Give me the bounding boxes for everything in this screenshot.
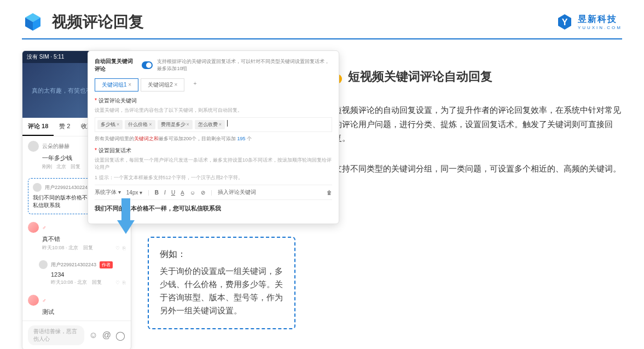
comment-input-bar: 善语结善缘，恶言伤人心 ☺ @ ◯ [22,321,131,349]
font-dropdown[interactable]: 系统字体 ▾ [95,188,121,196]
logo-hex-icon: Y [556,13,573,31]
field-hint: 1 提示：一个富文本框最多支持512个字符，一个汉字占用2个字符。 [95,174,332,181]
keyword-tag[interactable]: 费用是多少× [158,120,193,129]
send-icon[interactable]: ◯ [115,330,125,341]
clear-button[interactable]: ⊘ [201,190,205,196]
page-title: 视频评论回复 [52,12,144,32]
comment-input[interactable]: 善语结善缘，恶言伤人心 [28,325,84,345]
svg-rect-1 [121,198,130,220]
company-logo: Y 昱新科技 YUUXIN.COM [556,13,622,31]
field-label: * 设置评论关键词 [95,97,332,105]
svg-text:Y: Y [562,18,568,27]
avatar [33,183,42,192]
keyword-tag[interactable]: 多少钱× [97,120,123,129]
heart-icon[interactable]: ♡ ⎘ [115,245,125,251]
heart-icon[interactable]: ♡ ⎘ [115,280,125,285]
keyword-group-tab[interactable]: 关键词组2 × [141,78,184,91]
header-divider [22,38,622,39]
avatar [28,222,39,233]
emoji-icon[interactable]: ☺ [89,330,97,340]
keyword-count-hint: 所有关键词组里的关键词之和最多可添加200个，目前剩余可添加 195 个 [95,135,332,142]
section-title: 短视频关键词评论自动回复 [348,68,492,85]
keyword-tags-input[interactable]: 多少钱× 什么价格× 费用是多少× 怎么收费× [95,117,332,132]
field-hint: 设置回复话术，每回复一个用户评论只发送一条话术，最多支持设置10条不同话术，按滚… [95,157,332,171]
keyword-group-tab[interactable]: 关键词组1 × [95,78,138,91]
keyword-tag[interactable]: 什么价格× [125,120,155,129]
bullet-item: 短视频评论的自动回复设置，为了提升作者的评论回复效率，在系统中针对常见的评论用户… [323,103,622,145]
size-dropdown[interactable]: 14px ▾ [126,190,142,196]
tab-likes[interactable]: 赞 2 [54,118,76,136]
tab-comments[interactable]: 评论 18 [22,118,54,136]
keyword-tag[interactable]: 怎么收费× [195,120,225,129]
comment-row: ♂ 测试 [22,290,131,321]
emoji-button[interactable]: ☺ [190,190,195,196]
config-title: 自动回复关键词评论 [95,58,137,73]
bold-button[interactable]: B [155,190,159,196]
field-label: * 设置回复话术 [95,147,332,155]
delete-button[interactable]: 🗑 [327,190,332,196]
editor-toolbar: 系统字体 ▾ 14px ▾ | B I U A̲ ☺ ⊘ | 插入评论关键词 🗑 [95,185,332,200]
config-description: 支持根据评论的关键词设置回复话术，可以针对不同类型关键词设置回复话术，最多添加1… [157,58,332,72]
auto-reply-toggle[interactable] [142,61,153,69]
mention-icon[interactable]: @ [102,330,111,340]
author-badge: 作者 [100,261,113,268]
example-callout: 例如： 关于询价的设置成一组关键词，多少钱、什么价格，费用多少等。关于咨询班型、… [148,237,295,329]
comment-row: 用户2299214302243作者 1234 昨天10:08 · 北京 回复♡ … [33,256,131,290]
arrow-down-icon [115,198,137,237]
example-label: 例如： [160,249,283,260]
cube-icon [22,11,44,33]
color-button[interactable]: A̲ [181,190,184,196]
avatar [28,141,39,152]
add-group-button[interactable]: + [187,78,203,91]
field-hint: 设置关键词，当评论里内容包含了以下关键词，则系统可自动回复。 [95,107,332,114]
italic-button[interactable]: I [164,190,166,196]
avatar [39,260,48,269]
insert-keyword-button[interactable]: 插入评论关键词 [218,188,256,196]
bullet-item: 支持不同类型的关键词分组，同一类问题，可设置多个相近的、高频的关键词。 [323,162,622,176]
underline-button[interactable]: U [171,190,175,196]
example-text: 关于询价的设置成一组关键词，多少钱、什么价格，费用多少等。关于咨询班型、版本、型… [160,265,283,317]
avatar [28,295,39,306]
